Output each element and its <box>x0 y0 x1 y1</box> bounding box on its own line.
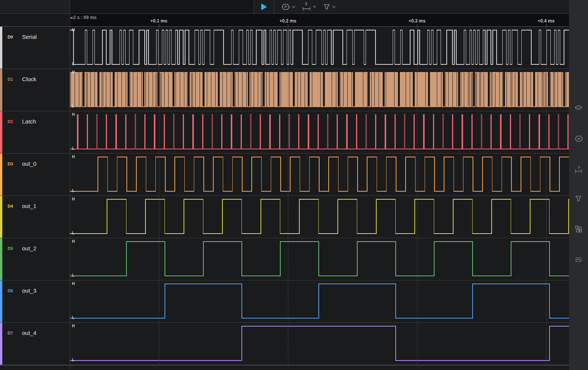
high-level-label: H <box>72 155 75 159</box>
high-level-label: H <box>72 282 75 286</box>
top-toolbar: 1F 3 + <box>0 0 569 14</box>
high-level-label: H <box>72 113 75 117</box>
analyzer-menu-button[interactable]: 1F <box>281 3 296 11</box>
add-measurement-button[interactable]: 3 + <box>302 3 316 11</box>
channel-color-strip <box>0 280 2 322</box>
channel-row: D6 out_3 HL <box>0 280 569 323</box>
waveform-plot-d1[interactable]: HL <box>70 69 569 111</box>
channel-name: Latch <box>22 118 36 125</box>
channel-label-d1[interactable]: D1 Clock <box>0 69 70 111</box>
channel-label-d6[interactable]: D6 out_3 <box>0 280 70 322</box>
high-level-label: H <box>72 70 75 74</box>
timeline: ◀ 2 s : 69 ms +0.1 ms +0.2 ms +0.3 ms +0… <box>0 14 569 27</box>
channel-color-strip <box>0 27 2 69</box>
timeline-tick-mark <box>288 24 288 26</box>
channel-row: D0 Serial HL <box>0 27 569 69</box>
analyzer-badge: 1F <box>284 5 287 8</box>
layers-icon[interactable] <box>574 104 583 113</box>
high-level-label: H <box>72 240 75 243</box>
channel-label-d0[interactable]: D0 Serial <box>0 27 70 69</box>
channel-id: D4 <box>8 204 13 208</box>
channel-row: D3 out_0 HL <box>0 154 569 196</box>
channel-row: D1 Clock HL <box>0 69 569 111</box>
channel-label-d7[interactable]: D7 out_4 <box>0 323 70 365</box>
waveform-plot-d3[interactable]: HL <box>70 154 569 195</box>
waveform-plot-d4[interactable]: HL <box>70 196 569 238</box>
low-level-label: L <box>72 358 74 362</box>
waveform-rows: D0 Serial HL D1 Clock HL D2 Latch <box>0 27 569 365</box>
channel-id: D7 <box>8 331 13 335</box>
label-panel-divider[interactable] <box>70 0 70 370</box>
time-marker-label: 2 s : 69 ms <box>73 15 96 20</box>
channel-id: D2 <box>8 119 13 124</box>
annotations-icon[interactable] <box>574 256 583 264</box>
channel-name: Serial <box>22 34 37 40</box>
extensions-icon[interactable] <box>574 225 583 233</box>
channel-name: out_0 <box>22 160 37 167</box>
high-level-label: H <box>72 197 75 201</box>
chevron-down-icon <box>332 5 336 8</box>
timeline-tick-label: +0.4 ms <box>538 18 554 24</box>
capture-icon[interactable] <box>574 195 583 203</box>
chevron-down-icon <box>292 5 296 8</box>
channel-name: out_1 <box>22 203 37 209</box>
channel-label-d4[interactable]: D4 out_1 <box>0 196 70 238</box>
low-level-label: L <box>72 231 74 235</box>
channel-name: out_2 <box>22 245 37 251</box>
channel-color-strip <box>0 323 2 365</box>
channel-id: D0 <box>8 35 13 39</box>
channel-name: out_3 <box>22 287 37 294</box>
channel-row: D5 out_2 HL <box>0 238 569 280</box>
waveform-plot-d6[interactable]: HL <box>70 280 569 322</box>
play-button[interactable] <box>254 0 274 13</box>
channel-id: D5 <box>8 246 13 251</box>
waveform-plot-d5[interactable]: HL <box>70 238 569 280</box>
timeline-tick-label: +0.3 ms <box>409 18 425 24</box>
timeline-tick-mark <box>159 24 159 26</box>
analyzers-icon[interactable]: 1F <box>574 135 583 143</box>
main-column: 1F 3 + <box>0 0 569 370</box>
high-level-label: H <box>72 28 75 32</box>
toolbar-controls: 1F 3 + <box>254 0 569 13</box>
high-level-label: H <box>72 324 75 328</box>
timeline-tick-label: +0.1 ms <box>150 18 167 24</box>
low-level-label: L <box>72 316 74 320</box>
channel-name: out_4 <box>22 330 37 336</box>
channel-name: Clock <box>22 76 37 82</box>
low-level-label: L <box>72 189 74 193</box>
low-level-label: L <box>72 147 74 151</box>
channel-row: D7 out_4 HL <box>0 323 569 365</box>
channel-color-strip <box>0 196 2 238</box>
measurement-badge: 3 <box>305 2 307 6</box>
channel-color-strip <box>0 238 2 280</box>
waveform-plot-d0[interactable]: HL <box>70 27 569 69</box>
channel-color-strip <box>0 154 2 195</box>
right-sidebar: 1F 3 <box>569 0 588 370</box>
logic-analyzer-app: 1F 3 + <box>0 0 588 370</box>
low-level-label: L <box>72 274 74 277</box>
capture-settings-button[interactable] <box>323 3 336 11</box>
channel-color-strip <box>0 69 2 111</box>
low-level-label: L <box>72 104 74 108</box>
timeline-tick-mark <box>417 24 417 26</box>
channel-id: D6 <box>8 288 13 293</box>
svg-text:3: 3 <box>578 165 580 169</box>
channel-color-strip <box>0 111 2 153</box>
waveform-plot-d2[interactable]: HL <box>70 111 569 153</box>
channel-row: D4 out_1 HL <box>0 196 569 238</box>
channel-row: D2 Latch HL <box>0 111 569 154</box>
svg-text:1F: 1F <box>577 138 581 140</box>
toolbar-left-spacer <box>0 0 70 13</box>
measurements-icon[interactable]: 3 <box>574 165 583 174</box>
channel-label-d2[interactable]: D2 Latch <box>0 111 70 153</box>
channel-label-d3[interactable]: D3 out_0 <box>0 154 70 195</box>
channel-label-d5[interactable]: D5 out_2 <box>0 238 70 280</box>
channel-id: D1 <box>8 77 13 82</box>
marker-arrow-icon: ◀ <box>70 16 72 19</box>
plus-icon: + <box>313 4 316 10</box>
time-ruler[interactable]: ◀ 2 s : 69 ms +0.1 ms +0.2 ms +0.3 ms +0… <box>70 14 569 26</box>
timeline-tick-label: +0.2 ms <box>280 18 296 24</box>
low-level-label: L <box>72 62 74 66</box>
time-marker: ◀ 2 s : 69 ms <box>70 15 97 20</box>
waveform-plot-d7[interactable]: HL <box>70 323 569 365</box>
